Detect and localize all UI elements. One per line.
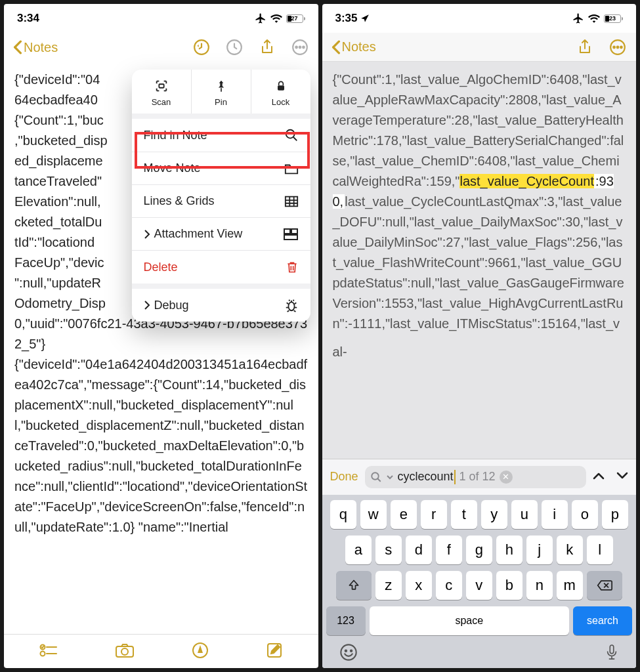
key-e[interactable]: e bbox=[391, 500, 417, 529]
debug-button[interactable]: Debug bbox=[132, 289, 310, 322]
find-field[interactable]: cyclecount 1 of 12 ✕ bbox=[365, 466, 586, 488]
lines-label: Lines & Grids bbox=[144, 194, 215, 208]
move-note-button[interactable]: Move Note bbox=[132, 152, 310, 185]
more-icon[interactable] bbox=[291, 38, 309, 56]
key-p[interactable]: p bbox=[602, 500, 628, 529]
prev-match-button[interactable] bbox=[593, 471, 605, 483]
key-i[interactable]: i bbox=[542, 500, 568, 529]
back-button[interactable]: Notes bbox=[331, 39, 376, 54]
key-q[interactable]: q bbox=[330, 500, 356, 529]
key-j[interactable]: j bbox=[526, 536, 553, 564]
airplane-icon bbox=[255, 12, 267, 24]
svg-point-15 bbox=[40, 651, 45, 656]
svg-point-17 bbox=[121, 648, 128, 655]
status-time: 3:35 bbox=[335, 12, 358, 25]
key-k[interactable]: k bbox=[557, 536, 583, 564]
numeric-key[interactable]: 123 bbox=[326, 606, 366, 635]
svg-point-24 bbox=[372, 472, 379, 480]
clear-search-button[interactable]: ✕ bbox=[500, 471, 513, 484]
space-key[interactable]: space bbox=[370, 606, 570, 635]
note-content[interactable]: {"Count":1,"last_value_AlgoChemID":6408,… bbox=[322, 62, 637, 459]
key-b[interactable]: b bbox=[496, 571, 523, 600]
key-d[interactable]: d bbox=[406, 536, 432, 564]
back-label: Notes bbox=[342, 39, 376, 54]
svg-point-21 bbox=[613, 46, 615, 48]
chevron-down-icon[interactable] bbox=[386, 473, 394, 481]
dictation-key[interactable] bbox=[605, 643, 619, 664]
pin-label: Pin bbox=[215, 97, 227, 107]
find-in-note-button[interactable]: Find in Note bbox=[132, 119, 310, 152]
svg-point-5 bbox=[303, 47, 305, 49]
key-u[interactable]: u bbox=[511, 500, 538, 529]
wifi-icon bbox=[588, 14, 600, 23]
checklist-icon[interactable] bbox=[39, 643, 58, 660]
svg-point-27 bbox=[350, 650, 351, 652]
key-h[interactable]: h bbox=[496, 536, 523, 564]
svg-rect-6 bbox=[159, 84, 163, 88]
key-w[interactable]: w bbox=[360, 500, 387, 529]
status-time: 3:34 bbox=[17, 12, 39, 25]
search-query: cyclecount bbox=[398, 470, 456, 484]
match-count: 1 of 12 bbox=[459, 470, 496, 484]
kb-row-1: qwertyuiop bbox=[325, 500, 634, 529]
key-a[interactable]: a bbox=[345, 536, 372, 564]
svg-rect-7 bbox=[278, 85, 284, 91]
trash-icon bbox=[286, 260, 299, 274]
status-bar: 3:34 27 bbox=[4, 4, 318, 33]
more-icon[interactable] bbox=[608, 38, 627, 56]
emoji-key[interactable] bbox=[339, 643, 358, 664]
next-match-button[interactable] bbox=[616, 471, 628, 483]
pin-button[interactable]: Pin bbox=[192, 70, 251, 114]
key-z[interactable]: z bbox=[375, 571, 402, 600]
key-m[interactable]: m bbox=[557, 571, 583, 600]
key-c[interactable]: c bbox=[436, 571, 462, 600]
key-g[interactable]: g bbox=[466, 536, 492, 564]
keyboard: qwertyuiop asdfghjkl zxcvbnm 123 space s… bbox=[322, 495, 637, 668]
lines-grids-button[interactable]: Lines & Grids bbox=[132, 185, 310, 218]
shift-key[interactable] bbox=[336, 571, 372, 600]
key-t[interactable]: t bbox=[451, 500, 477, 529]
debug-label: Debug bbox=[154, 299, 189, 312]
delete-label: Delete bbox=[144, 261, 178, 274]
compose-icon[interactable] bbox=[266, 642, 283, 662]
attachment-view-button[interactable]: Attachment View bbox=[132, 218, 310, 251]
note-text-pre: {"Count":1,"last_value_AlgoChemID":6408,… bbox=[333, 72, 624, 188]
undo-icon[interactable] bbox=[192, 38, 211, 56]
key-l[interactable]: l bbox=[587, 536, 613, 564]
key-v[interactable]: v bbox=[466, 571, 492, 600]
key-n[interactable]: n bbox=[526, 571, 553, 600]
key-o[interactable]: o bbox=[572, 500, 598, 529]
svg-point-22 bbox=[617, 46, 619, 48]
note-actions-popover: Scan Pin Lock Find in Note Move Note Lin… bbox=[132, 70, 310, 322]
status-bar: 3:35 23 bbox=[322, 4, 637, 33]
lock-button[interactable]: Lock bbox=[251, 70, 310, 114]
svg-point-8 bbox=[286, 130, 294, 138]
folder-icon bbox=[284, 162, 299, 175]
key-s[interactable]: s bbox=[375, 536, 402, 564]
scan-button[interactable]: Scan bbox=[132, 70, 192, 114]
camera-icon[interactable] bbox=[115, 642, 135, 661]
magnify-icon bbox=[370, 471, 382, 483]
wifi-icon bbox=[270, 14, 282, 23]
key-f[interactable]: f bbox=[436, 536, 462, 564]
chevron-right-icon bbox=[144, 229, 150, 240]
note-text-post: last_value_CycleCountLastQmax":3,"last_v… bbox=[333, 194, 624, 359]
key-y[interactable]: y bbox=[481, 500, 507, 529]
search-key[interactable]: search bbox=[573, 606, 632, 635]
share-icon[interactable] bbox=[258, 38, 276, 56]
delete-button[interactable]: Delete bbox=[132, 251, 310, 284]
back-button[interactable]: Notes bbox=[13, 40, 58, 55]
search-match-highlight: last_value_CycleCount bbox=[459, 174, 594, 188]
key-x[interactable]: x bbox=[406, 571, 432, 600]
delete-key[interactable] bbox=[587, 571, 622, 600]
done-button[interactable]: Done bbox=[330, 470, 358, 484]
key-r[interactable]: r bbox=[421, 500, 447, 529]
svg-point-13 bbox=[288, 302, 294, 310]
kb-row-3: zxcvbnm bbox=[325, 571, 634, 600]
share-icon[interactable] bbox=[576, 38, 594, 56]
markup-icon[interactable] bbox=[192, 642, 209, 662]
svg-point-25 bbox=[341, 644, 356, 660]
bug-icon bbox=[284, 298, 299, 312]
nav-bar: Notes bbox=[322, 33, 637, 62]
svg-rect-11 bbox=[291, 229, 297, 234]
